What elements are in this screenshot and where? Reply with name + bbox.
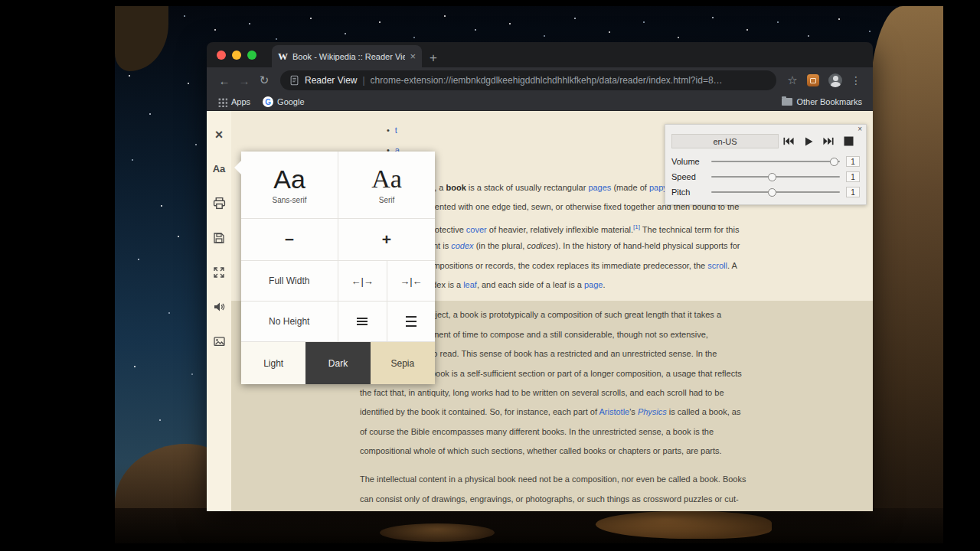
theme-row: LightDarkSepia [241,342,435,384]
article-link[interactable]: leaf [463,280,477,289]
no-height-button[interactable]: No Height [241,302,338,341]
theme-light-button[interactable]: Light [241,342,305,384]
apps-grid-icon [217,97,227,107]
theme-sepia-button[interactable]: Sepia [371,342,435,384]
extension-icon[interactable] [807,74,819,86]
slider-knob[interactable] [768,188,776,197]
close-reader-button[interactable]: × [207,117,231,152]
google-icon: G [263,96,273,107]
article-link[interactable]: pages [588,183,611,192]
sans-serif-option[interactable]: Aa Sans-serif [241,152,338,218]
tts-slider-label: Speed [671,172,711,181]
article-text: is called a book, as [667,407,741,416]
save-icon [213,232,225,244]
previous-button[interactable] [779,135,799,148]
ground-decoration [115,508,943,543]
decrease-line-height-button[interactable] [338,302,387,341]
voice-select[interactable]: en-US [671,134,779,148]
bookmark-google[interactable]: G Google [263,96,304,107]
article-text: (made of [611,183,649,192]
next-button[interactable] [818,135,838,148]
increase-font-button[interactable]: + [338,219,435,260]
narrow-icon: →|← [400,276,422,287]
fullscreen-button[interactable] [207,255,231,289]
article-link[interactable]: [1] [633,223,640,230]
tts-slider-value: 1 [846,187,860,197]
folder-icon [782,98,792,106]
window-close-button[interactable] [217,51,226,60]
theme-dark-button[interactable]: Dark [305,342,370,384]
speed-slider-row: Speed1 [671,169,860,184]
tts-button[interactable] [207,289,231,324]
profile-avatar[interactable] [828,73,842,87]
tts-panel: × en-US [665,124,867,205]
article-link[interactable]: codex [451,241,473,250]
serif-option[interactable]: Aa Serif [338,152,435,218]
browser-tab[interactable]: W Book - Wikipedia :: Reader View × [272,45,422,67]
print-button[interactable] [207,186,231,220]
extension-glyph [810,78,816,83]
slider-knob[interactable] [768,173,776,181]
font-settings-button[interactable]: Aa [207,152,231,186]
bookmark-label: Google [277,97,304,106]
article-text: , and each side of a leaf is a [477,280,584,289]
forward-icon[interactable]: → [234,74,254,87]
tight-lines-icon [357,318,368,325]
article-link[interactable]: scroll [707,261,727,270]
previous-icon [783,137,794,145]
narrow-column-button[interactable]: →|← [387,261,435,301]
tab-title: Book - Wikipedia :: Reader View [292,52,405,61]
line-height-row: No Height [241,302,435,342]
browser-window: W Book - Wikipedia :: Reader View × + ← … [207,42,873,511]
reader-settings-popup: Aa Sans-serif Aa Serif − + Full Width ←|… [241,152,435,384]
screen: W Book - Wikipedia :: Reader View × + ← … [0,0,980,551]
volume-slider[interactable] [711,154,840,169]
article-link[interactable]: t [395,126,397,135]
serif-label: Serif [379,196,395,204]
address-bar[interactable]: Reader View | chrome-extension://iembnkd… [280,70,776,90]
reload-icon[interactable]: ↻ [254,73,274,87]
article-text: ). In the history of hand-held physical … [556,241,740,250]
article-text: identified by the book it contained. So,… [360,407,599,416]
window-minimize-button[interactable] [232,51,241,60]
other-bookmarks-button[interactable]: Other Bookmarks [782,97,862,106]
other-bookmarks-label: Other Bookmarks [796,97,862,106]
article-link[interactable]: page [584,280,603,289]
next-icon [823,137,834,145]
browser-menu-icon[interactable]: ⋮ [847,74,865,86]
pitch-slider[interactable] [711,184,840,200]
article-link[interactable]: Aristotle [599,407,629,416]
images-button[interactable] [207,324,231,358]
increase-line-height-button[interactable] [387,302,435,341]
widen-column-button[interactable]: ←|→ [338,261,387,301]
tab-close-icon[interactable]: × [410,51,416,61]
sans-serif-label: Sans-serif [272,196,306,204]
bookmarks-bar: Apps G Google Other Bookmarks [207,93,873,111]
new-tab-button[interactable]: + [430,51,437,64]
slider-knob[interactable] [830,158,838,166]
tts-close-icon[interactable]: × [858,125,862,134]
window-zoom-button[interactable] [247,51,256,60]
save-button[interactable] [207,220,231,255]
article-link[interactable]: Physics [638,407,667,416]
avatar-head [833,76,838,81]
stop-button[interactable] [838,135,858,148]
article-link[interactable]: cover [466,224,487,233]
article-paragraph: The intellectual content in a physical b… [360,470,789,509]
decrease-font-button[interactable]: − [241,219,338,260]
font-family-row: Aa Sans-serif Aa Serif [241,152,435,219]
font-size-row: − + [241,219,435,261]
full-width-button[interactable]: Full Width [241,261,338,301]
bookmark-star-icon[interactable]: ☆ [782,73,802,87]
speed-slider[interactable] [711,169,840,184]
bookmark-apps[interactable]: Apps [217,97,250,107]
list-item: •t [387,120,400,140]
reader-view-label: Reader View [305,75,357,86]
stop-icon [844,136,854,146]
article-text: of course the Bible encompasses many dif… [360,427,714,436]
article-text: of heavier, relatively inflexible materi… [487,224,633,233]
pitch-slider-row: Pitch1 [671,184,860,200]
back-icon[interactable]: ← [214,74,234,87]
article-text: the fact that, in antiquity, long works … [360,388,724,397]
play-button[interactable] [799,135,818,148]
